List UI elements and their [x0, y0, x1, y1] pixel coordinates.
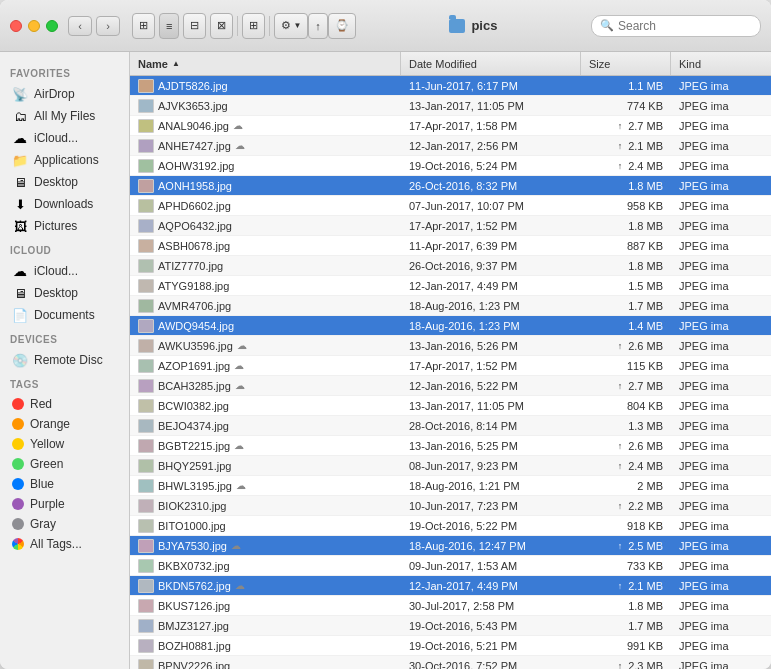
file-size-cell: 733 KB — [581, 560, 671, 572]
sidebar-item-airdrop[interactable]: 📡 AirDrop — [2, 83, 127, 105]
table-row[interactable]: ASBH0678.jpg11-Apr-2017, 6:39 PM887 KBJP… — [130, 236, 771, 256]
table-row[interactable]: AQPO6432.jpg17-Apr-2017, 1:52 PM1.8 MBJP… — [130, 216, 771, 236]
view-cover-button[interactable]: ⊠ — [210, 13, 233, 39]
minimize-button[interactable] — [28, 20, 40, 32]
table-row[interactable]: BMJZ3127.jpg19-Oct-2016, 5:43 PM1.7 MBJP… — [130, 616, 771, 636]
table-row[interactable]: BKBX0732.jpg09-Jun-2017, 1:53 AM733 KBJP… — [130, 556, 771, 576]
table-row[interactable]: BHWL3195.jpg☁18-Aug-2016, 1:21 PM2 MBJPE… — [130, 476, 771, 496]
col-date-header[interactable]: Date Modified — [401, 52, 581, 75]
file-kind-cell: JPEG ima — [671, 140, 771, 152]
sidebar-item-applications[interactable]: 📁 Applications — [2, 149, 127, 171]
sidebar-item-orange[interactable]: Orange — [2, 414, 127, 434]
sidebar-item-documents[interactable]: 📄 Documents — [2, 304, 127, 326]
sidebar-item-green-label: Green — [30, 457, 63, 471]
file-name-cell: BGBT2215.jpg☁ — [130, 439, 401, 453]
file-name: BHWL3195.jpg — [158, 480, 232, 492]
sidebar-item-desktop[interactable]: 🖥 Desktop — [2, 171, 127, 193]
table-row[interactable]: BCAH3285.jpg☁12-Jan-2016, 5:22 PM↑2.7 MB… — [130, 376, 771, 396]
table-row[interactable]: APHD6602.jpg07-Jun-2017, 10:07 PM958 KBJ… — [130, 196, 771, 216]
share-icon: ↑ — [315, 20, 321, 32]
file-kind-cell: JPEG ima — [671, 500, 771, 512]
table-row[interactable]: AVMR4706.jpg18-Aug-2016, 1:23 PM1.7 MBJP… — [130, 296, 771, 316]
file-name: ATYG9188.jpg — [158, 280, 229, 292]
sidebar-item-documents-label: Documents — [34, 308, 95, 322]
table-row[interactable]: AWKU3596.jpg☁13-Jan-2016, 5:26 PM↑2.6 MB… — [130, 336, 771, 356]
table-row[interactable]: BITO1000.jpg19-Oct-2016, 5:22 PM918 KBJP… — [130, 516, 771, 536]
desktop-icon: 🖥 — [12, 174, 28, 190]
table-row[interactable]: BKDN5762.jpg☁12-Jan-2017, 4:49 PM↑2.1 MB… — [130, 576, 771, 596]
file-size-cell: ↑2.6 MB — [581, 340, 671, 352]
view-list-button[interactable]: ≡ — [159, 13, 179, 39]
view-buttons: ⊞ ≡ ⊟ ⊠ — [132, 13, 233, 39]
file-name-cell: BCAH3285.jpg☁ — [130, 379, 401, 393]
table-row[interactable]: ATIZ7770.jpg26-Oct-2016, 9:37 PM1.8 MBJP… — [130, 256, 771, 276]
action-button[interactable]: ⚙ ▼ — [274, 13, 308, 39]
table-row[interactable]: AZOP1691.jpg☁17-Apr-2017, 1:52 PM115 KBJ… — [130, 356, 771, 376]
file-name-cell: ASBH0678.jpg — [130, 239, 401, 253]
sidebar-item-desktop2[interactable]: 🖥 Desktop — [2, 282, 127, 304]
col-kind-header[interactable]: Kind — [671, 52, 771, 75]
search-input[interactable] — [618, 19, 752, 33]
col-name-header[interactable]: Name ▲ — [130, 52, 401, 75]
col-size-header[interactable]: Size — [581, 52, 671, 75]
downloads-icon: ⬇ — [12, 196, 28, 212]
table-row[interactable]: AWDQ9454.jpg18-Aug-2016, 1:23 PM1.4 MBJP… — [130, 316, 771, 336]
file-name: ANHE7427.jpg — [158, 140, 231, 152]
file-date-cell: 17-Apr-2017, 1:52 PM — [401, 220, 581, 232]
table-row[interactable]: AJVK3653.jpg13-Jan-2017, 11:05 PM774 KBJ… — [130, 96, 771, 116]
sidebar-item-remote-disc[interactable]: 💿 Remote Disc — [2, 349, 127, 371]
table-row[interactable]: ANHE7427.jpg☁12-Jan-2017, 2:56 PM↑2.1 MB… — [130, 136, 771, 156]
file-date-cell: 30-Oct-2016, 7:52 PM — [401, 660, 581, 670]
table-row[interactable]: BKUS7126.jpg30-Jul-2017, 2:58 PM1.8 MBJP… — [130, 596, 771, 616]
sidebar-item-downloads[interactable]: ⬇ Downloads — [2, 193, 127, 215]
table-row[interactable]: AOHW3192.jpg19-Oct-2016, 5:24 PM↑2.4 MBJ… — [130, 156, 771, 176]
sidebar-item-all-my-files[interactable]: 🗂 All My Files — [2, 105, 127, 127]
table-row[interactable]: AONH1958.jpg26-Oct-2016, 8:32 PM1.8 MBJP… — [130, 176, 771, 196]
sidebar-item-purple[interactable]: Purple — [2, 494, 127, 514]
sidebar-item-blue[interactable]: Blue — [2, 474, 127, 494]
file-name-cell: BCWI0382.jpg — [130, 399, 401, 413]
sidebar-item-desktop2-label: Desktop — [34, 286, 78, 300]
view-columns-button[interactable]: ⊟ — [183, 13, 206, 39]
view-grid-button[interactable]: ⊞ — [242, 13, 265, 39]
table-row[interactable]: BOZH0881.jpg19-Oct-2016, 5:21 PM991 KBJP… — [130, 636, 771, 656]
maximize-button[interactable] — [46, 20, 58, 32]
file-name: BKDN5762.jpg — [158, 580, 231, 592]
table-row[interactable]: BPNV2226.jpg30-Oct-2016, 7:52 PM↑2.3 MBJ… — [130, 656, 771, 669]
search-box[interactable]: 🔍 — [591, 15, 761, 37]
table-row[interactable]: BJYA7530.jpg☁18-Aug-2016, 12:47 PM↑2.5 M… — [130, 536, 771, 556]
file-thumb — [138, 279, 154, 293]
table-row[interactable]: ATYG9188.jpg12-Jan-2017, 4:49 PM1.5 MBJP… — [130, 276, 771, 296]
sidebar-item-yellow[interactable]: Yellow — [2, 434, 127, 454]
back-button[interactable]: ‹ — [68, 16, 92, 36]
table-row[interactable]: BGBT2215.jpg☁13-Jan-2016, 5:25 PM↑2.6 MB… — [130, 436, 771, 456]
cloud-icon: ☁ — [231, 540, 241, 551]
sidebar-item-pictures[interactable]: 🖼 Pictures — [2, 215, 127, 237]
table-row[interactable]: BHQY2591.jpg08-Jun-2017, 9:23 PM↑2.4 MBJ… — [130, 456, 771, 476]
file-kind-cell: JPEG ima — [671, 240, 771, 252]
file-date-cell: 07-Jun-2017, 10:07 PM — [401, 200, 581, 212]
close-button[interactable] — [10, 20, 22, 32]
file-kind-cell: JPEG ima — [671, 100, 771, 112]
airdrop-toolbar-button[interactable]: ⌚ — [328, 13, 356, 39]
table-row[interactable]: BEJO4374.jpg28-Oct-2016, 8:14 PM1.3 MBJP… — [130, 416, 771, 436]
file-thumb — [138, 359, 154, 373]
file-size-cell: 918 KB — [581, 520, 671, 532]
file-size-cell: ↑2.7 MB — [581, 380, 671, 392]
sidebar-item-icloud[interactable]: ☁ iCloud... — [2, 127, 127, 149]
table-row[interactable]: AJDT5826.jpg11-Jun-2017, 6:17 PM1.1 MBJP… — [130, 76, 771, 96]
sidebar-item-gray[interactable]: Gray — [2, 514, 127, 534]
share-button[interactable]: ↑ — [308, 13, 328, 39]
sidebar-item-all-tags[interactable]: All Tags... — [2, 534, 127, 554]
separator-2 — [269, 16, 270, 36]
forward-button[interactable]: › — [96, 16, 120, 36]
sidebar-item-green[interactable]: Green — [2, 454, 127, 474]
view-icons-button[interactable]: ⊞ — [132, 13, 155, 39]
upload-icon: ↑ — [618, 581, 623, 591]
file-size-cell: 1.8 MB — [581, 600, 671, 612]
table-row[interactable]: BIOK2310.jpg10-Jun-2017, 7:23 PM↑2.2 MBJ… — [130, 496, 771, 516]
sidebar-item-red[interactable]: Red — [2, 394, 127, 414]
table-row[interactable]: ANAL9046.jpg☁17-Apr-2017, 1:58 PM↑2.7 MB… — [130, 116, 771, 136]
table-row[interactable]: BCWI0382.jpg13-Jan-2017, 11:05 PM804 KBJ… — [130, 396, 771, 416]
sidebar-item-icloud2[interactable]: ☁ iCloud... — [2, 260, 127, 282]
